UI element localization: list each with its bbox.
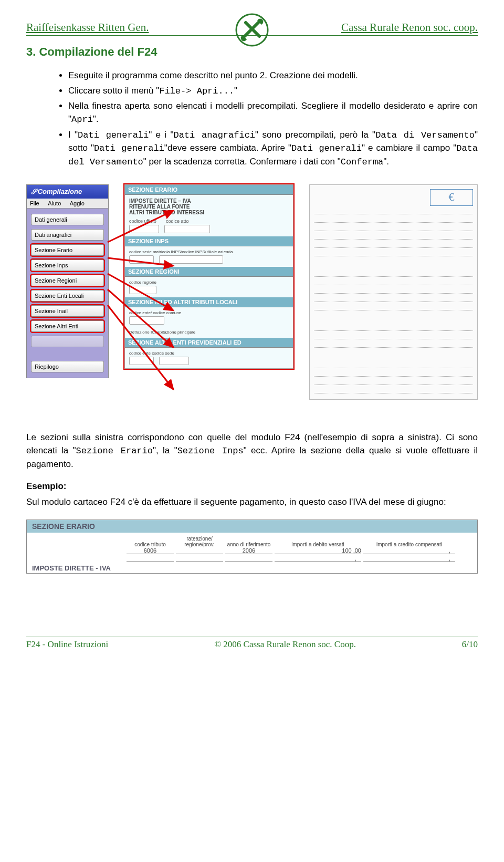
form-sections: SEZIONE ERARIO IMPOSTE DIRETTE – IVA RIT… [124,184,293,369]
app-sidebar: 𝒮 Compilazione File Aiuto Aggio Dati gen… [26,184,109,378]
btn-sezione-enti-locali[interactable]: Sezione Enti Locali [31,290,104,302]
btn-disabled [31,336,104,347]
form-head-inps: SEZIONE INPS [125,236,293,246]
form-head-erario: SEZIONE ERARIO [125,185,293,195]
footer-right: 6/10 [462,639,478,650]
btn-sezione-inail[interactable]: Sezione Inail [31,305,104,317]
page-footer: F24 - Online Istruzioni © 2006 Cassa Rur… [26,637,478,650]
logo-icon [235,13,269,47]
input-codice-ufficio[interactable] [129,225,159,233]
form-head-altri: SEZIONE ALTRI ENTI PREVIDENZIALI ED [125,338,293,348]
app-menubar: File Aiuto Aggio [27,199,108,209]
btn-sezione-regioni[interactable]: Sezione Regioni [31,275,104,286]
form-right-preview: € [309,184,478,400]
header-left: Raiffeisenkasse Ritten Gen. [26,21,149,34]
input-codice-atto[interactable] [164,225,210,233]
menu-aggio[interactable]: Aggio [70,200,85,206]
paragraph-2: Sul modulo cartaceo F24 c'è da effettuar… [26,496,478,509]
menu-file[interactable]: File [30,200,39,206]
menu-aiuto[interactable]: Aiuto [48,200,61,206]
section-title: 3. Compilazione del F24 [26,45,478,59]
btn-dati-generali[interactable]: Dati generali [31,214,104,225]
form-head-ici: SEZIONE ICI ED ALTRI TRIBUTI LOCALI [125,297,293,307]
btn-riepilogo[interactable]: Riepilogo [31,361,104,372]
input-altri-sede[interactable] [159,357,189,365]
footer-center: © 2006 Cassa Rurale Renon soc. Coop. [214,639,356,650]
btn-sezione-inps[interactable]: Sezione Inps [31,259,104,271]
bullet-4: I "Dati generali" e i "Dati anagrafici" … [68,129,478,169]
euro-icon: € [430,189,473,206]
btn-sezione-erario[interactable]: Sezione Erario [31,244,104,256]
bullet-1: Eseguite il programma come descritto nel… [68,69,478,82]
input-inps-matricola[interactable] [159,255,223,264]
erario-head: SEZIONE ERARIO [27,520,477,533]
btn-sezione-altri-enti[interactable]: Sezione Altri Enti [31,320,104,332]
example-label: Esempio: [26,481,478,492]
erario-sub: IMPOSTE DIRETTE - IVA [32,564,472,572]
footer-left: F24 - Online Istruzioni [26,639,108,650]
erario-example: SEZIONE ERARIO codice tributo6006 rateaz… [26,520,478,574]
app-title: 𝒮 Compilazione [27,185,108,199]
form-head-regioni: SEZIONE REGIONI [125,267,293,277]
input-altri-ente[interactable] [129,357,154,365]
paragraph-1: Le sezioni sulla sinistra corrispondono … [26,431,478,471]
instruction-list: Eseguite il programma come descritto nel… [26,69,478,169]
input-regione[interactable] [129,286,156,294]
input-ici[interactable] [129,316,164,325]
input-inps-sede[interactable] [129,255,154,264]
bullet-3: Nella finestra aperta sono elencati i mo… [68,100,478,126]
screenshot-composite: 𝒮 Compilazione File Aiuto Aggio Dati gen… [26,184,478,416]
bullet-2: Cliccare sotto il menù "File-> Apri..." [68,85,478,98]
btn-dati-anagrafici[interactable]: Dati anagrafici [31,229,104,241]
header-right: Cassa Rurale Renon soc. coop. [341,21,478,34]
